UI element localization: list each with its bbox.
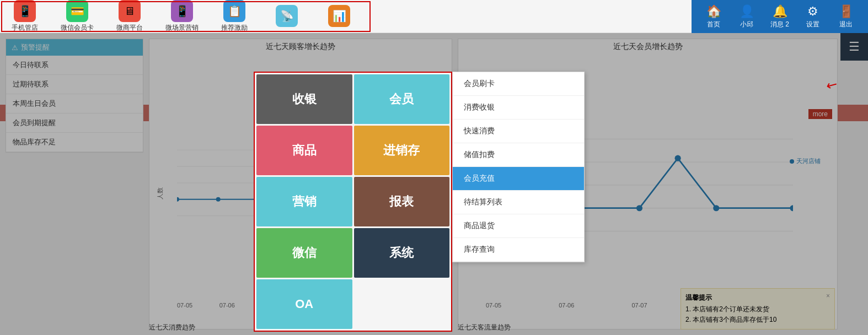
nav-icon-wifi: 📡: [276, 5, 298, 27]
top-right-icon-logout: 🚪: [839, 4, 854, 19]
top-right-label-logout: 退出: [839, 20, 853, 29]
top-right-label-xiaobei: 小邱: [740, 20, 753, 29]
nav-label-mobile: 手机管店: [12, 23, 38, 33]
submenu-item-consume-cashier[interactable]: 消费收银: [453, 96, 584, 120]
submenu-item-member-swipe[interactable]: 会员刷卡: [453, 72, 584, 96]
nav-label-wechat-card: 微信会员卡: [61, 23, 94, 33]
nav-icon-micro-shop: 🖥: [119, 0, 141, 22]
nav-item-micro-market[interactable]: 📱 微场景营销: [165, 0, 199, 33]
menu-tile-cashier[interactable]: 收银: [256, 74, 352, 124]
menu-tile-inventory[interactable]: 进销存: [354, 126, 450, 175]
menu-tile-member[interactable]: 会员: [354, 74, 450, 124]
top-right-icon-xiaobei: 👤: [740, 4, 754, 19]
top-right-nav: 🏠 首页 👤 小邱 🔔 消息 2 ⚙ 设置 🚪 退出: [692, 0, 868, 33]
top-right-item-settings[interactable]: ⚙ 设置: [796, 4, 829, 29]
menu-tile-system[interactable]: 系统: [354, 228, 450, 278]
main-content: ☰ ↙ ⚠ 预警提醒 今日待联系过期待联系本周生日会员会员到期提醒物品库存不足 …: [0, 33, 868, 335]
nav-item-micro-shop[interactable]: 🖥 微商平台: [113, 0, 146, 33]
menu-tile-report[interactable]: 报表: [354, 177, 450, 226]
top-right-item-logout[interactable]: 🚪 退出: [829, 4, 862, 29]
nav-item-chart[interactable]: 📊: [323, 5, 356, 28]
nav-label-recommend: 推荐激励: [221, 23, 248, 33]
top-right-icon-home: 🏠: [706, 4, 721, 19]
top-right-label-message: 消息 2: [770, 20, 789, 29]
top-right-item-home[interactable]: 🏠 首页: [697, 4, 730, 29]
nav-label-micro-market: 微场景营销: [165, 23, 199, 33]
nav-label-micro-shop: 微商平台: [116, 23, 143, 33]
submenu-item-product-return[interactable]: 商品退货: [453, 214, 584, 238]
nav-icon-micro-market: 📱: [171, 0, 193, 22]
submenu-item-inventory-query[interactable]: 库存查询: [453, 238, 584, 262]
submenu-item-stored-discount[interactable]: 储值扣费: [453, 143, 584, 167]
nav-item-mobile[interactable]: 📱 手机管店: [8, 0, 41, 33]
top-right-item-xiaobei[interactable]: 👤 小邱: [730, 4, 763, 29]
menu-grid: 收银会员商品进销存营销报表微信系统OA: [254, 72, 452, 332]
top-right-item-message[interactable]: 🔔 消息 2: [763, 4, 796, 29]
nav-icon-chart: 📊: [328, 5, 350, 27]
menu-tile-product[interactable]: 商品: [256, 126, 352, 175]
top-right-label-home: 首页: [707, 20, 720, 29]
nav-item-wifi[interactable]: 📡: [270, 5, 303, 28]
top-right-icon-message: 🔔: [773, 4, 787, 19]
submenu-item-quick-consume[interactable]: 快速消费: [453, 120, 584, 143]
submenu: 会员刷卡消费收银快速消费储值扣费会员充值待结算列表商品退货库存查询: [452, 72, 585, 262]
nav-icon-wechat-card: 💳: [66, 0, 88, 22]
top-right-label-settings: 设置: [806, 20, 819, 29]
submenu-item-pending-checkout[interactable]: 待结算列表: [453, 191, 584, 214]
nav-icon-recommend: 📋: [223, 0, 245, 22]
nav-item-wechat-card[interactable]: 💳 微信会员卡: [61, 0, 94, 33]
nav-icon-mobile: 📱: [14, 0, 36, 22]
menu-tile-marketing[interactable]: 营销: [256, 177, 352, 226]
menu-tile-wechat[interactable]: 微信: [256, 228, 352, 278]
top-right-icon-settings: ⚙: [807, 4, 818, 19]
submenu-item-member-recharge[interactable]: 会员充值: [453, 167, 584, 191]
nav-item-recommend[interactable]: 📋 推荐激励: [218, 0, 251, 33]
menu-tile-oa[interactable]: OA: [256, 279, 352, 329]
